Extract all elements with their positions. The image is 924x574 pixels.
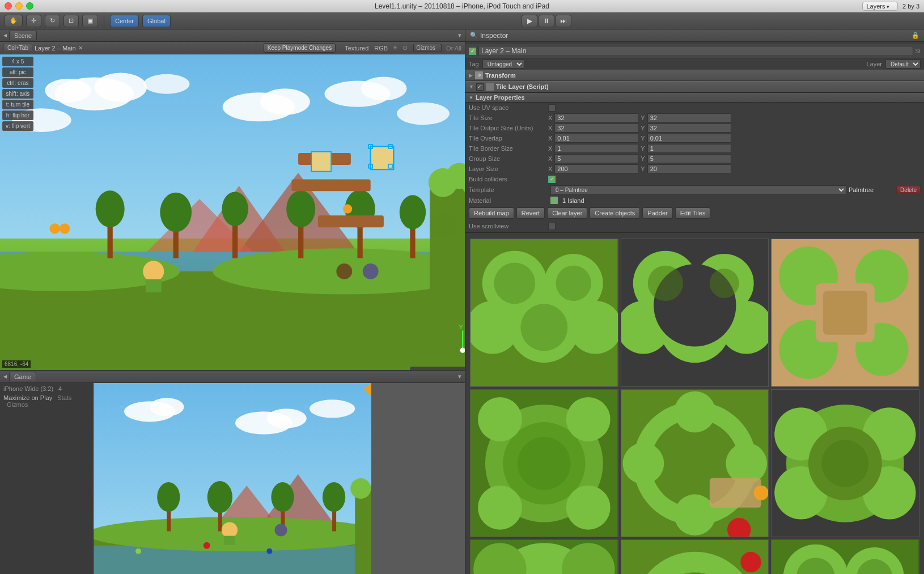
shortcut-btn-flip-vert[interactable]: v: flip vert	[2, 121, 33, 131]
svg-point-82	[323, 482, 345, 512]
rotate-tool-button[interactable]: ↻	[45, 15, 60, 27]
obj-name-field[interactable]	[478, 46, 913, 56]
tag-dropdown[interactable]: Untagged	[482, 59, 524, 69]
tile-border-x-input[interactable]	[554, 144, 638, 153]
scene-canvas[interactable]: X Y Z Create objects 0 – Palmtree	[0, 54, 465, 370]
game-tab[interactable]: Game	[9, 372, 36, 381]
svg-point-131	[674, 494, 715, 535]
window-title: Level1.1.unity – 20110818 – iPhone, iPod…	[375, 2, 549, 10]
global-button[interactable]: Global	[142, 15, 171, 27]
shortcut-btn-flip-hor[interactable]: h: flip hor	[2, 110, 33, 120]
shortcut-btn-ctrl-erase[interactable]: ctrl: eras	[2, 78, 33, 88]
tile-layer-enabled-checkbox[interactable]: ✓	[476, 83, 484, 91]
group-size-label: Group Size	[469, 155, 548, 162]
tile-cell-6[interactable]	[771, 389, 919, 538]
tile-cell-4[interactable]	[470, 389, 618, 538]
layer-size-x-input[interactable]	[554, 164, 638, 173]
shortcut-btn-alt-pic[interactable]: alt: pic	[2, 67, 33, 77]
tile-border-y-input[interactable]	[647, 144, 731, 153]
layer-close[interactable]: ✕	[78, 45, 83, 51]
svg-point-85	[274, 524, 287, 536]
tile-output-y-input[interactable]	[647, 124, 731, 133]
layer-props-arrow[interactable]: ▼	[469, 95, 473, 100]
game-right-area	[371, 383, 465, 574]
padder-button[interactable]: Padder	[642, 207, 672, 219]
stats-btn[interactable]: Stats	[57, 394, 71, 401]
keep-playmode-button[interactable]: Keep Playmode Changes	[264, 43, 336, 53]
svg-point-24	[222, 192, 248, 226]
game-collapse-btn[interactable]: ▾	[458, 373, 461, 380]
maximize-button[interactable]	[26, 2, 33, 10]
tile-output-x-input[interactable]	[554, 124, 638, 133]
pause-button[interactable]: ⏸	[539, 15, 554, 27]
tile-overlap-x-input[interactable]	[554, 134, 638, 143]
tile-cell-5[interactable]	[621, 389, 769, 538]
svg-point-142	[822, 440, 869, 487]
group-size-y-input[interactable]	[647, 154, 731, 163]
svg-rect-116	[823, 291, 867, 335]
layer-size-y-input[interactable]	[647, 164, 731, 173]
material-row: Material 1 Island	[465, 195, 924, 205]
scene-collapse-btn[interactable]: ▾	[458, 32, 461, 39]
shortcut-btn-shift-axis[interactable]: shift: axis	[2, 89, 33, 99]
use-scrollview-checkbox[interactable]	[548, 223, 556, 230]
tile-size-x-input[interactable]	[554, 113, 638, 122]
step-button[interactable]: ⏭	[556, 15, 571, 27]
build-colliders-checkbox[interactable]: ✓	[548, 176, 556, 183]
tile-cell-9[interactable]	[771, 539, 919, 574]
scale-tool-button[interactable]: ⊡	[63, 15, 79, 27]
or-all-label: Or All	[446, 45, 461, 52]
scene-tab[interactable]: Scene	[9, 31, 37, 40]
svg-point-83	[222, 522, 238, 538]
material-value: 1 Island	[562, 197, 584, 204]
tile-overlap-x-label: X	[548, 135, 552, 142]
layer-dropdown[interactable]: Default	[885, 59, 921, 69]
rebuild-map-button[interactable]: Rebuild map	[469, 207, 514, 219]
svg-point-22	[160, 193, 192, 232]
game-view: ◀ Game ▾ iPhone Wide (3:2) 4 Maximize on…	[0, 370, 465, 574]
delete-button[interactable]: Delete	[896, 186, 921, 194]
svg-point-129	[726, 443, 767, 484]
inspector-lock[interactable]: 🔒	[912, 32, 919, 39]
obj-active-checkbox[interactable]: ✓	[469, 48, 476, 55]
svg-point-134	[753, 485, 768, 500]
shortcut-btn-4x5[interactable]: 4 x 5	[2, 57, 33, 66]
tile-overlap-y-input[interactable]	[647, 134, 731, 143]
tile-cell-2[interactable]	[621, 239, 769, 387]
revert-button[interactable]: Revert	[516, 207, 545, 219]
create-objects-button[interactable]: Create objects	[590, 207, 640, 219]
edit-tiles-button[interactable]: Edit Tiles	[675, 207, 711, 219]
use-uv-checkbox[interactable]	[548, 104, 556, 112]
tile-cell-3[interactable]	[771, 239, 919, 387]
use-uv-label: Use UV space	[469, 104, 548, 111]
tile-cell-1[interactable]	[470, 239, 618, 387]
tile-cell-8[interactable]	[621, 539, 769, 574]
play-button[interactable]: ▶	[522, 15, 537, 27]
svg-point-12	[397, 103, 450, 125]
rect-tool-button[interactable]: ▣	[82, 15, 98, 27]
tile-layer-fold-arrow[interactable]: ▼	[469, 84, 474, 90]
game-viewport[interactable]	[94, 383, 371, 574]
center-button[interactable]: Center	[110, 15, 139, 27]
maximize-on-play[interactable]: Maximize on Play	[3, 394, 52, 401]
move-tool-button[interactable]: ✛	[26, 15, 41, 27]
layers-dropdown[interactable]: Layers	[862, 2, 898, 11]
tile-layer-icon	[486, 83, 494, 91]
minimize-button[interactable]	[15, 2, 23, 10]
tile-overlap-xy: X Y	[548, 134, 731, 143]
tile-cell-7[interactable]	[470, 539, 618, 574]
transform-fold-arrow[interactable]: ▶	[469, 73, 473, 78]
clear-layer-button[interactable]: Clear layer	[547, 207, 587, 219]
col-tab[interactable]: Col+Tab	[3, 44, 32, 52]
svg-point-52	[430, 212, 456, 239]
svg-rect-33	[291, 179, 370, 191]
gizmos-dropdown[interactable]: Gizmos	[413, 44, 442, 52]
tile-size-y-input[interactable]	[647, 113, 731, 122]
use-uv-space-row: Use UV space	[465, 103, 924, 113]
shortcut-btn-turn-tile[interactable]: t: turn tile	[2, 100, 33, 109]
close-button[interactable]	[5, 2, 12, 10]
hand-tool-button[interactable]: ✋	[5, 15, 23, 27]
template-dropdown[interactable]: 0 – Palmtree	[550, 185, 846, 194]
group-size-x-input[interactable]	[554, 154, 638, 163]
game-gizmos[interactable]: Gizmos	[7, 401, 28, 408]
